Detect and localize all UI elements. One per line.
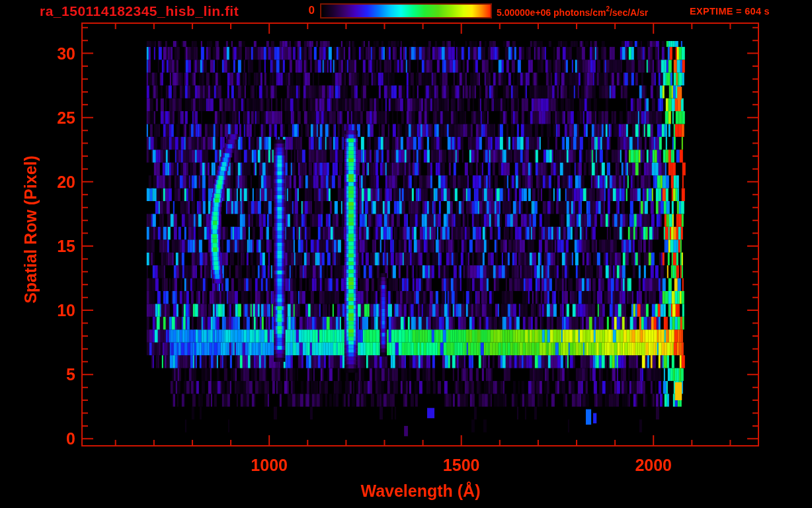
- colorbar-min-label: 0: [290, 4, 315, 17]
- spectral-heatmap-canvas: [0, 0, 812, 508]
- spectral-image-viewer: ra_150114182345_hisb_lin.fit 0 5.00000e+…: [0, 0, 812, 508]
- y-tick-label: 0: [26, 429, 75, 448]
- colorbar-gradient: [320, 3, 492, 19]
- filename-title: ra_150114182345_hisb_lin.fit: [40, 3, 239, 19]
- y-axis-title: Spatial Row (Pixel): [21, 155, 40, 304]
- exptime-label: EXPTIME = 604 s: [690, 6, 770, 17]
- colorbar-units-suffix: /sec/A/sr: [610, 7, 648, 18]
- colorbar-max-value: 5.00000e+06 photons/cm: [497, 7, 606, 18]
- x-axis-title: Wavelength (Å): [360, 482, 480, 501]
- colorbar-max-label: 5.00000e+06 photons/cm2/sec/A/sr: [497, 6, 648, 18]
- colorbar-units-superscript: 2: [606, 5, 610, 13]
- y-tick-label: 25: [26, 108, 75, 128]
- x-tick-label: 1500: [443, 456, 480, 475]
- y-tick-label: 30: [26, 44, 75, 64]
- x-tick-label: 2000: [635, 456, 672, 475]
- x-tick-label: 1000: [251, 456, 288, 475]
- y-tick-label: 5: [26, 364, 75, 384]
